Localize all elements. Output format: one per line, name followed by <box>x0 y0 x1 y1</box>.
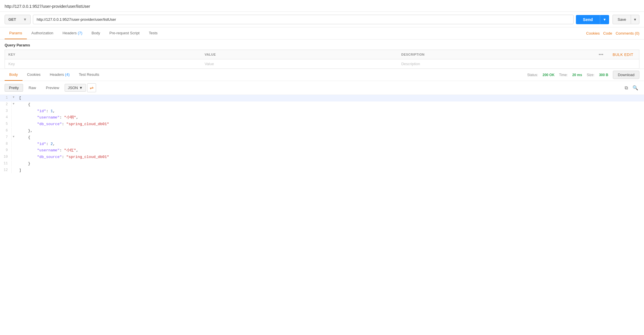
actions-cell <box>595 59 607 69</box>
code-line: 12] <box>0 167 644 174</box>
line-number: 3 <box>0 108 12 114</box>
line-arrow <box>12 147 17 148</box>
format-tab-pretty[interactable]: Pretty <box>5 84 23 92</box>
response-section: Body Cookies Headers (4) Test Results St… <box>0 69 644 181</box>
line-arrow[interactable]: ▼ <box>12 134 17 140</box>
line-content: "username": "小红", <box>17 147 80 154</box>
line-arrow <box>12 128 17 128</box>
format-tab-raw[interactable]: Raw <box>24 84 40 92</box>
status-label: Status: <box>527 73 538 77</box>
line-content: } <box>17 161 33 167</box>
page-title: http://127.0.0.1:9527/user-provider/user… <box>0 0 644 12</box>
tab-prerequest[interactable]: Pre-request Script <box>105 27 144 39</box>
code-line: 6 }, <box>0 128 644 134</box>
search-button[interactable]: 🔍 <box>631 84 639 92</box>
line-number: 11 <box>0 161 12 167</box>
line-number: 8 <box>0 141 12 147</box>
save-button[interactable]: Save <box>613 15 631 24</box>
wrap-button[interactable]: ⇌ <box>87 83 96 92</box>
request-tabs-left: Params Authorization Headers (7) Body Pr… <box>5 27 162 39</box>
tab-headers[interactable]: Headers (7) <box>58 27 87 39</box>
query-params-section: Query Params KEY VALUE DESCRIPTION ••• B… <box>0 39 644 69</box>
response-format-bar: Pretty Raw Preview JSON ▼ ⇌ ⧉ 🔍 <box>0 81 644 95</box>
col-value-header: VALUE <box>201 50 398 59</box>
line-number: 12 <box>0 167 12 173</box>
code-line: 10 "db_source": "spring_cloud_db01" <box>0 154 644 161</box>
format-tab-preview[interactable]: Preview <box>42 84 63 92</box>
cookies-link[interactable]: Cookies <box>586 31 600 35</box>
code-line: 8 "id": 2, <box>0 141 644 148</box>
line-number: 6 <box>0 128 12 134</box>
format-tools-right: ⧉ 🔍 <box>624 84 639 92</box>
line-content: [ <box>17 95 24 101</box>
json-select[interactable]: JSON ▼ <box>65 84 86 92</box>
send-btn-group: Send ▼ <box>576 15 609 24</box>
bulk-edit-button[interactable]: Bulk Edit <box>610 52 636 57</box>
response-tabs-left: Body Cookies Headers (4) Test Results <box>5 69 104 81</box>
line-content: { <box>17 101 33 108</box>
line-arrow <box>12 167 17 168</box>
method-select[interactable]: GET ▼ <box>5 15 31 24</box>
url-input[interactable] <box>33 15 574 24</box>
comments-link[interactable]: Comments (0) <box>616 31 639 35</box>
response-tab-cookies[interactable]: Cookies <box>23 69 45 81</box>
line-content: }, <box>17 128 35 134</box>
method-chevron-icon: ▼ <box>23 17 27 22</box>
code-line: 3 "id": 1, <box>0 108 644 115</box>
code-line: 4 "username": "小明", <box>0 114 644 121</box>
table-row: Key Value Description <box>5 59 639 69</box>
response-tab-headers[interactable]: Headers (4) <box>45 69 74 81</box>
line-arrow[interactable]: ▼ <box>12 101 17 107</box>
code-line: 9 "username": "小红", <box>0 147 644 154</box>
value-cell[interactable]: Value <box>201 59 398 69</box>
extra-cell <box>607 59 639 69</box>
line-arrow <box>12 108 17 109</box>
response-tabs-bar: Body Cookies Headers (4) Test Results St… <box>0 69 644 81</box>
key-cell[interactable]: Key <box>5 59 201 69</box>
size-value: 300 B <box>599 73 608 77</box>
code-link[interactable]: Code <box>603 31 612 35</box>
save-dropdown-button[interactable]: ▼ <box>631 15 639 24</box>
response-status-bar: Status: 200 OK Time: 20 ms Size: 300 B D… <box>527 71 639 79</box>
json-chevron-icon: ▼ <box>79 86 83 90</box>
line-number: 2 <box>0 101 12 108</box>
download-button[interactable]: Download <box>613 71 639 79</box>
line-number: 1 <box>0 95 12 101</box>
query-params-title: Query Params <box>5 43 639 47</box>
response-tab-body[interactable]: Body <box>5 69 23 81</box>
line-arrow <box>12 154 17 155</box>
response-tab-test-results[interactable]: Test Results <box>74 69 104 81</box>
copy-button[interactable]: ⧉ <box>624 84 629 92</box>
tab-authorization[interactable]: Authorization <box>27 27 58 39</box>
line-content: "id": 1, <box>17 108 57 115</box>
line-content: { <box>17 134 33 141</box>
request-tabs-bar: Params Authorization Headers (7) Body Pr… <box>0 27 644 39</box>
time-label: Time: <box>559 73 568 77</box>
request-tabs-right: Cookies Code Comments (0) <box>586 31 639 35</box>
code-line: 7▼ { <box>0 134 644 141</box>
tab-tests[interactable]: Tests <box>144 27 162 39</box>
params-table: KEY VALUE DESCRIPTION ••• Bulk Edit Key … <box>5 50 639 69</box>
bulk-edit-col: Bulk Edit <box>607 50 639 59</box>
code-line: 1▼[ <box>0 95 644 101</box>
size-label: Size: <box>587 73 594 77</box>
col-desc-header: DESCRIPTION <box>398 50 595 59</box>
line-content: "id": 2, <box>17 141 57 148</box>
status-value: 200 OK <box>543 73 555 77</box>
method-label: GET <box>8 17 16 22</box>
line-number: 10 <box>0 154 12 160</box>
line-arrow <box>12 141 17 142</box>
line-content: ] <box>17 167 24 174</box>
more-icon[interactable]: ••• <box>599 52 603 57</box>
json-type-label: JSON <box>68 86 78 90</box>
tab-body[interactable]: Body <box>87 27 105 39</box>
send-button[interactable]: Send <box>576 15 600 24</box>
code-line: 2▼ { <box>0 101 644 108</box>
send-dropdown-button[interactable]: ▼ <box>600 15 609 24</box>
line-arrow[interactable]: ▼ <box>12 95 17 100</box>
wrap-icon: ⇌ <box>90 85 93 90</box>
desc-cell[interactable]: Description <box>398 59 595 69</box>
line-content: "db_source": "spring_cloud_db01" <box>17 121 111 128</box>
url-bar: GET ▼ Send ▼ Save ▼ <box>0 12 644 27</box>
tab-params[interactable]: Params <box>5 27 27 39</box>
